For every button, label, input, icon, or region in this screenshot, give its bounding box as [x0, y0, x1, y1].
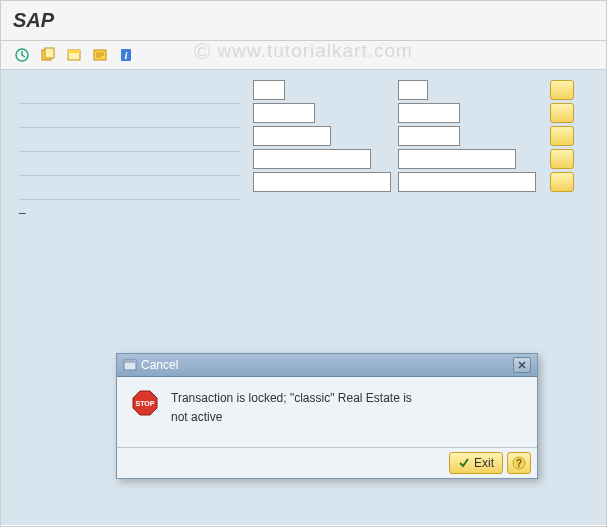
get-variant-icon[interactable]: [37, 45, 59, 65]
input-low[interactable]: [253, 80, 285, 100]
input-low[interactable]: [253, 103, 315, 123]
input-high[interactable]: [398, 80, 428, 100]
input-column-high: [394, 80, 534, 200]
exit-button-label: Exit: [474, 456, 494, 470]
input-column-low: [249, 80, 394, 200]
svg-rect-2: [45, 48, 54, 58]
field-label: [19, 152, 241, 176]
app-title: SAP: [13, 9, 594, 32]
dialog-body: STOP Transaction is locked; "classic" Re…: [117, 377, 537, 447]
toolbar: i: [1, 41, 606, 70]
input-low[interactable]: [253, 172, 391, 192]
input-high[interactable]: [398, 172, 536, 192]
label-column: [19, 80, 249, 200]
stop-icon: STOP: [131, 389, 159, 439]
check-icon: [458, 457, 470, 469]
multiselect-button[interactable]: [550, 126, 574, 146]
input-high[interactable]: [398, 149, 516, 169]
svg-rect-9: [124, 360, 136, 363]
dialog-icon: [123, 359, 137, 371]
title-bar: SAP: [1, 1, 606, 41]
svg-text:STOP: STOP: [136, 400, 155, 407]
input-low[interactable]: [253, 149, 371, 169]
help-icon: ?: [512, 456, 526, 470]
dialog-button-bar: Exit ?: [117, 447, 537, 478]
help-button[interactable]: ?: [507, 452, 531, 474]
field-label: [19, 128, 241, 152]
field-label: [19, 80, 241, 104]
input-low[interactable]: [253, 126, 331, 146]
selection-form: [19, 80, 588, 200]
info-icon[interactable]: i: [115, 45, 137, 65]
multiselect-button[interactable]: [550, 103, 574, 123]
multiselect-button[interactable]: [550, 149, 574, 169]
input-high[interactable]: [398, 103, 460, 123]
spool-icon[interactable]: [89, 45, 111, 65]
multiselect-column: [534, 80, 574, 200]
new-window-icon[interactable]: [63, 45, 85, 65]
cancel-dialog: Cancel STOP Transaction is locked; "clas…: [116, 353, 538, 479]
dialog-message-line: not active: [171, 408, 412, 427]
dialog-message-line: Transaction is locked; "classic" Real Es…: [171, 389, 412, 408]
dialog-message: Transaction is locked; "classic" Real Es…: [171, 389, 412, 439]
multiselect-button[interactable]: [550, 172, 574, 192]
dash-indicator: –: [19, 206, 588, 220]
exit-button[interactable]: Exit: [449, 452, 503, 474]
field-label: [19, 104, 241, 128]
multiselect-button[interactable]: [550, 80, 574, 100]
dialog-title-text: Cancel: [141, 358, 178, 372]
input-high[interactable]: [398, 126, 460, 146]
execute-icon[interactable]: [11, 45, 33, 65]
dialog-titlebar: Cancel: [117, 354, 537, 377]
close-icon[interactable]: [513, 357, 531, 373]
svg-text:?: ?: [516, 458, 522, 469]
field-label: [19, 176, 241, 200]
svg-rect-4: [68, 50, 80, 53]
